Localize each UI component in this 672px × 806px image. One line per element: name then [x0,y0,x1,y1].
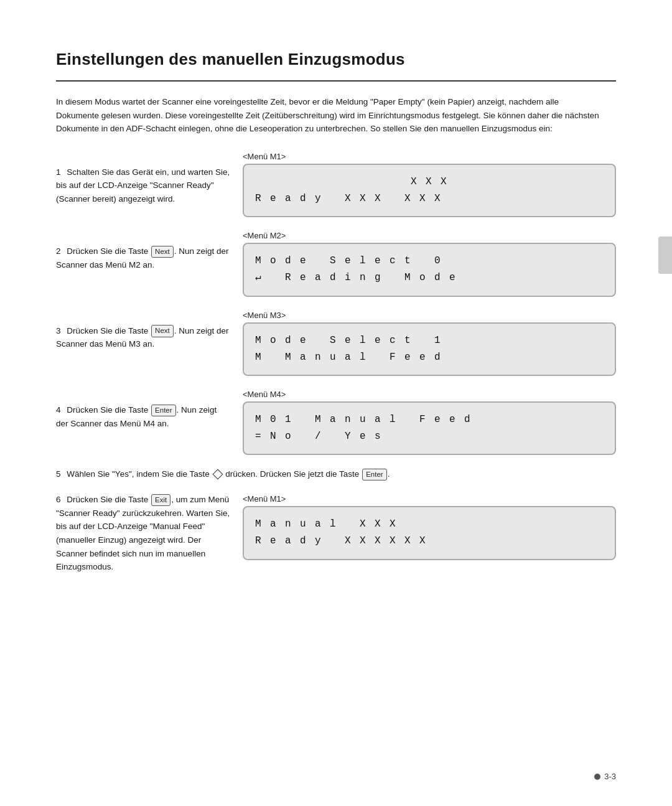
step-1-lcd: X X X R e a d y X X X X X X [243,164,616,217]
step-4-left: 4 Drücken Sie die Taste Enter. Nun zeigt… [56,388,230,430]
step-5-text-middle: drücken. Drücken Sie jetzt die Taste [223,469,362,479]
step-2-lcd-line-1: M o d e S e l e c t 0 [255,253,604,269]
step-5-text-before: Wählen Sie "Yes", indem Sie die Taste [67,469,212,479]
step-4-right: <Menü M4> M 0 1 M a n u a l F e e d = N … [243,388,616,455]
step-4-lcd: M 0 1 M a n u a l F e e d = N o / Y e s [243,401,616,455]
title-rule [56,80,616,82]
step-2-text-before: Drücken Sie die Taste [67,246,151,256]
page-number: 3-3 [594,772,616,781]
step-1-menu-label: <Menü M1> [243,152,616,161]
step-3-lcd-line-1: M o d e S e l e c t 1 [255,332,604,349]
step-6-lcd-line-2: R e a d y X X X X X X [255,533,604,550]
step-4-row: 4 Drücken Sie die Taste Enter. Nun zeigt… [56,388,616,455]
step-2-lcd: M o d e S e l e c t 0 ↵ R e a d i n g M … [243,243,616,296]
diamond-icon [212,469,223,479]
step-1-lcd-line-2: R e a d y X X X X X X [255,190,604,207]
step-4-lcd-line-1: M 0 1 M a n u a l F e e d [255,411,604,428]
next-key-2: Next [151,325,174,337]
step-6-number: 6 [56,495,61,504]
next-key-1: Next [151,246,174,258]
step-4-number: 4 [56,405,61,415]
page-dot [594,774,600,780]
step-3-number: 3 [56,326,61,335]
step-2-number: 2 [56,246,61,256]
step-1-number: 1 [56,167,61,177]
step-3-lcd: M o d e S e l e c t 1 M M a n u a l F e … [243,322,616,376]
step-6-text-before: Drücken Sie die Taste [67,495,151,504]
step-4-lcd-line-2: = N o / Y e s [255,428,604,445]
step-2-row: 2 Drücken Sie die Taste Next. Nun zeigt … [56,230,616,296]
step-1-left: 1 Schalten Sie das Gerät ein, und warten… [56,151,230,206]
step-6-menu-label: <Menü M1> [243,494,616,504]
page-title: Einstellungen des manuellen Einzugsmodus [56,50,616,69]
step-1-lcd-line-1: X X X [255,174,604,190]
page-number-text: 3-3 [604,772,616,781]
step-3-left: 3 Drücken Sie die Taste Next. Nun zeigt … [56,309,230,351]
step-3-text-before: Drücken Sie die Taste [67,326,151,335]
step-4-text-before: Drücken Sie die Taste [67,405,151,415]
step-1-right: <Menü M1> X X X R e a d y X X X X X X [243,151,616,217]
step-3-menu-label: <Menü M3> [243,311,616,320]
step-1-row: 1 Schalten Sie das Gerät ein, und warten… [56,151,616,217]
intro-text: In diesem Modus wartet der Scanner eine … [56,95,604,136]
step-6-text-after: , um zum Menü "Scanner Ready" zurückzuke… [56,495,230,571]
step-2-menu-label: <Menü M2> [243,231,616,240]
step-2-lcd-line-2: ↵ R e a d i n g M o d e [255,269,604,286]
step-6-left: 6 Drücken Sie die Taste Exit, um zum Men… [56,493,230,574]
enter-key-1: Enter [151,405,176,416]
tab-marker [658,237,672,274]
enter-key-2: Enter [362,469,387,480]
step-3-lcd-line-2: M M a n u a l F e e d [255,349,604,366]
step-3-right: <Menü M3> M o d e S e l e c t 1 M M a n … [243,309,616,376]
step-5-number: 5 [56,469,61,479]
exit-key: Exit [151,494,170,506]
step-5-text-after: . [388,469,390,479]
step-1-text: Schalten Sie das Gerät ein, und warten S… [56,167,230,204]
step-6-lcd: M a n u a l X X X R e a d y X X X X X X [243,506,616,560]
step-6-right: <Menü M1> M a n u a l X X X R e a d y X … [243,493,616,560]
step-3-row: 3 Drücken Sie die Taste Next. Nun zeigt … [56,309,616,376]
step-6-lcd-line-1: M a n u a l X X X [255,516,604,533]
step-2-left: 2 Drücken Sie die Taste Next. Nun zeigt … [56,230,230,271]
page-container: Einstellungen des manuellen Einzugsmodus… [0,0,672,636]
step-4-menu-label: <Menü M4> [243,390,616,399]
step-5-full: 5 Wählen Sie "Yes", indem Sie die Taste … [56,467,616,482]
step-2-right: <Menü M2> M o d e S e l e c t 0 ↵ R e a … [243,230,616,296]
step-6-row: 6 Drücken Sie die Taste Exit, um zum Men… [56,493,616,574]
